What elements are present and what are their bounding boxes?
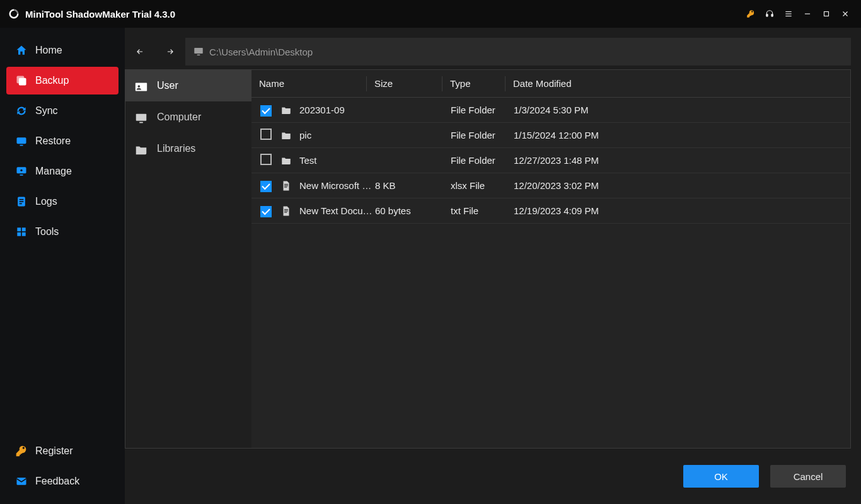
svg-rect-15	[20, 199, 24, 200]
svg-rect-32	[284, 209, 288, 210]
svg-rect-33	[284, 210, 288, 211]
scope-computer[interactable]: Computer	[125, 101, 251, 133]
file-list-header: Name Size Type Date Modified	[251, 70, 850, 98]
col-header-name[interactable]: Name	[251, 76, 366, 91]
svg-rect-4	[785, 16, 791, 16]
svg-rect-10	[20, 145, 23, 146]
row-checkbox[interactable]	[260, 154, 272, 165]
svg-rect-6	[824, 12, 829, 16]
sidebar-item-logs[interactable]: Logs	[6, 188, 118, 215]
svg-rect-23	[194, 48, 203, 54]
sidebar-item-restore[interactable]: Restore	[6, 127, 118, 155]
sidebar-item-label: Tools	[35, 226, 59, 238]
sidebar-item-manage[interactable]: Manage	[6, 158, 118, 185]
svg-rect-1	[771, 14, 773, 16]
cancel-button[interactable]: Cancel	[770, 465, 846, 488]
file-type: txt File	[451, 205, 514, 216]
sidebar-item-register[interactable]: Register	[6, 437, 118, 465]
file-row[interactable]: New Text Docu…60 bytestxt File12/19/2023…	[251, 198, 850, 224]
minimize-button[interactable]	[798, 4, 817, 23]
restore-icon	[15, 135, 28, 147]
sidebar-item-backup[interactable]: Backup	[6, 67, 118, 94]
sidebar-item-label: Logs	[35, 196, 57, 207]
app-logo-icon	[8, 8, 20, 20]
file-date: 1/15/2024 12:00 PM	[514, 130, 850, 140]
col-header-type[interactable]: Type	[442, 76, 505, 91]
manage-icon	[15, 165, 28, 178]
col-header-size[interactable]: Size	[366, 76, 442, 91]
license-key-icon[interactable]	[741, 4, 760, 23]
sidebar-item-feedback[interactable]: Feedback	[6, 467, 118, 495]
document-icon	[280, 205, 299, 217]
titlebar: MiniTool ShadowMaker Trial 4.3.0	[0, 0, 861, 28]
nav-forward-button[interactable]	[155, 38, 185, 66]
sidebar-item-label: Sync	[35, 105, 58, 117]
file-date: 12/20/2023 3:02 PM	[514, 180, 850, 191]
sidebar-item-tools[interactable]: Tools	[6, 218, 118, 246]
ok-button[interactable]: OK	[683, 465, 759, 488]
file-row[interactable]: New Microsoft E…8 KBxlsx File12/20/2023 …	[251, 173, 850, 198]
svg-rect-3	[785, 13, 791, 14]
dialog-footer: OK Cancel	[125, 449, 861, 504]
folder-icon	[280, 105, 299, 116]
row-checkbox[interactable]	[260, 206, 272, 217]
file-type: File Folder	[451, 105, 514, 115]
sidebar-item-label: Backup	[35, 75, 69, 86]
file-type: File Folder	[451, 130, 514, 140]
svg-rect-20	[17, 232, 21, 236]
nav-back-button[interactable]	[125, 38, 155, 66]
svg-rect-31	[284, 186, 287, 187]
document-icon	[280, 180, 299, 192]
sidebar-item-label: Register	[35, 445, 73, 457]
scope-user[interactable]: User	[125, 70, 251, 101]
computer-scope-icon	[134, 112, 148, 123]
svg-rect-17	[20, 203, 22, 205]
close-button[interactable]	[836, 4, 855, 23]
sidebar-item-home[interactable]: Home	[6, 37, 118, 64]
file-browser: User Computer Libraries Name Siz	[125, 69, 851, 449]
computer-icon	[193, 46, 204, 57]
file-row[interactable]: 202301-09File Folder1/3/2024 5:30 PM	[251, 98, 850, 123]
path-text: C:\Users\Admin\Desktop	[209, 47, 313, 57]
sidebar-item-label: Home	[35, 45, 62, 56]
row-checkbox[interactable]	[260, 129, 272, 140]
svg-rect-24	[197, 55, 200, 56]
maximize-button[interactable]	[817, 4, 836, 23]
row-checkbox[interactable]	[260, 181, 272, 192]
row-checkbox[interactable]	[260, 105, 272, 117]
svg-point-12	[20, 169, 22, 171]
col-header-date[interactable]: Date Modified	[505, 76, 850, 91]
path-bar: C:\Users\Admin\Desktop	[125, 38, 851, 66]
folder-icon	[280, 155, 299, 166]
scope-list: User Computer Libraries	[125, 70, 251, 448]
sidebar-item-label: Manage	[35, 166, 72, 177]
scope-label: Computer	[157, 112, 201, 123]
app-title: MiniTool ShadowMaker Trial 4.3.0	[25, 9, 175, 20]
logs-icon	[15, 195, 28, 208]
file-size: 8 KB	[375, 180, 451, 191]
svg-rect-28	[139, 122, 143, 123]
file-date: 1/3/2024 5:30 PM	[514, 105, 850, 115]
svg-rect-21	[22, 232, 26, 236]
file-name: 202301-09	[299, 105, 375, 115]
home-icon	[15, 44, 28, 57]
file-name: Test	[299, 155, 375, 166]
sidebar-item-sync[interactable]: Sync	[6, 97, 118, 125]
file-row[interactable]: TestFile Folder12/27/2023 1:48 PM	[251, 148, 850, 173]
file-row[interactable]: picFile Folder1/15/2024 12:00 PM	[251, 123, 850, 148]
file-type: xlsx File	[451, 180, 514, 191]
file-date: 12/19/2023 4:09 PM	[514, 205, 850, 216]
headset-icon[interactable]	[760, 4, 779, 23]
scope-label: User	[157, 80, 178, 91]
scope-libraries[interactable]: Libraries	[125, 133, 251, 164]
svg-rect-9	[17, 137, 26, 144]
file-rows: 202301-09File Folder1/3/2024 5:30 PMpicF…	[251, 98, 850, 448]
menu-icon[interactable]	[779, 4, 798, 23]
tools-icon	[15, 226, 28, 238]
folder-icon	[280, 130, 299, 141]
svg-rect-27	[136, 114, 147, 121]
svg-rect-8	[19, 78, 26, 86]
backup-icon	[15, 74, 28, 87]
svg-rect-19	[22, 227, 26, 231]
path-input[interactable]: C:\Users\Admin\Desktop	[185, 38, 851, 66]
